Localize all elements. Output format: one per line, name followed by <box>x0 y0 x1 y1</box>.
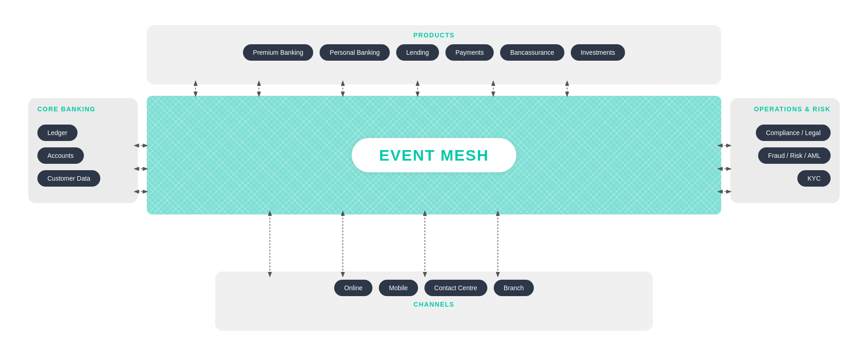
products-label: PRODUCTS <box>413 31 455 39</box>
pill-accounts: Accounts <box>37 147 84 164</box>
channels-label: CHANNELS <box>413 301 455 308</box>
channels-section: Online Mobile Contact Centre Branch CHAN… <box>215 271 653 331</box>
pill-lending: Lending <box>396 44 439 61</box>
pill-investments: Investments <box>571 44 625 61</box>
pill-branch: Branch <box>494 280 534 296</box>
pill-online: Online <box>334 280 372 296</box>
pill-premium-banking: Premium Banking <box>243 44 314 61</box>
pill-mobile: Mobile <box>379 280 418 296</box>
event-mesh-label: EVENT MESH <box>351 138 516 172</box>
pill-payments: Payments <box>445 44 494 61</box>
diagram-container: PRODUCTS Premium Banking Personal Bankin… <box>24 11 844 349</box>
pill-bancassurance: Bancassurance <box>500 44 564 61</box>
core-banking-label: CORE BANKING <box>37 105 96 113</box>
core-banking-section: CORE BANKING Ledger Accounts Customer Da… <box>28 98 138 203</box>
event-mesh-section: EVENT MESH <box>147 96 721 214</box>
pill-personal-banking: Personal Banking <box>320 44 390 61</box>
pill-kyc: KYC <box>797 170 831 187</box>
pill-ledger: Ledger <box>37 125 78 141</box>
pill-contact-centre: Contact Centre <box>424 280 487 296</box>
pill-fraud-risk: Fraud / Risk / AML <box>758 147 831 164</box>
products-pills: Premium Banking Personal Banking Lending… <box>243 44 625 61</box>
operations-section: OPERATIONS & RISK Compliance / Legal Fra… <box>730 98 840 203</box>
products-section: PRODUCTS Premium Banking Personal Bankin… <box>147 25 721 84</box>
pill-compliance: Compliance / Legal <box>756 125 831 141</box>
pill-customer-data: Customer Data <box>37 170 100 187</box>
operations-label: OPERATIONS & RISK <box>739 105 831 113</box>
channels-pills: Online Mobile Contact Centre Branch <box>334 280 534 296</box>
